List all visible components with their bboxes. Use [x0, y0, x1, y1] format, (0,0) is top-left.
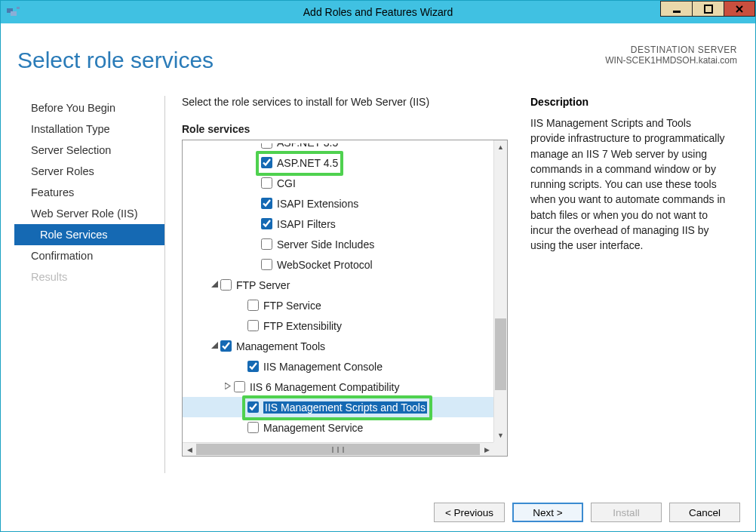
tree-item-label: IIS Management Console [263, 361, 383, 373]
destination-server-name: WIN-SCEK1HMDSOH.katai.com [605, 55, 737, 66]
tree-item-label: WebSocket Protocol [277, 259, 373, 271]
tree-item[interactable]: ISAPI Filters [183, 214, 493, 234]
tree-item[interactable]: Management Tools [183, 336, 493, 356]
page-title: Select role services [17, 48, 214, 73]
content-area: Select role services DESTINATION SERVER … [1, 23, 755, 531]
tree-item-label: IIS Management Scripts and Tools [263, 401, 427, 414]
tree-checkbox[interactable] [220, 279, 232, 291]
tree-item-label: IIS 6 Management Compatibility [250, 381, 399, 393]
description-text: IIS Management Scripts and Tools provide… [530, 115, 728, 254]
tree-item[interactable]: FTP Extensibility [183, 315, 493, 336]
tree-item-label: ASP.NET 4.5 [277, 157, 338, 169]
maximize-button[interactable] [692, 1, 724, 17]
tree-item-label: Management Service [263, 422, 363, 434]
next-button[interactable]: Next > [512, 503, 583, 522]
close-button[interactable] [724, 1, 755, 17]
nav-step[interactable]: Web Server Role (IIS) [14, 203, 164, 224]
tree-item[interactable]: FTP Server [183, 275, 493, 295]
nav-step[interactable]: Before You Begin [14, 97, 164, 118]
svg-marker-9 [225, 383, 230, 389]
cancel-button[interactable]: Cancel [669, 503, 740, 522]
tree-item[interactable]: ASP.NET 4.5 [183, 152, 493, 173]
tree-item[interactable]: ASP.NET 3.5 [183, 143, 493, 152]
scroll-down-arrow[interactable]: ▼ [494, 429, 507, 442]
tree-checkbox[interactable] [261, 259, 272, 270]
minimize-button[interactable] [660, 1, 692, 17]
tree-item[interactable]: Management Service [183, 417, 493, 438]
vertical-scrollbar[interactable]: ▲ ▼ [493, 140, 507, 442]
tree-expander-icon[interactable] [223, 383, 232, 391]
horizontal-scrollbar[interactable]: ◀ ▶ [183, 442, 493, 456]
tree-item-label: ASP.NET 3.5 [277, 143, 338, 149]
tree-item-label: Server Side Includes [277, 238, 374, 251]
description-heading: Description [530, 96, 728, 108]
nav-step[interactable]: Server Selection [14, 140, 164, 161]
tree-item-label: CGI [277, 177, 296, 189]
nav-step[interactable]: Features [14, 182, 164, 203]
scroll-up-arrow[interactable]: ▲ [494, 140, 507, 154]
tree-checkbox[interactable] [247, 320, 259, 331]
vertical-scroll-thumb[interactable] [495, 318, 506, 390]
role-services-tree: ASP.NET 3.5ASP.NET 4.5CGIISAPI Extension… [182, 140, 508, 457]
tree-item[interactable]: CGI [183, 173, 493, 193]
tree-item-label: Management Tools [236, 340, 325, 352]
svg-rect-2 [17, 7, 20, 9]
tree-item[interactable]: ISAPI Extensions [183, 193, 493, 214]
svg-rect-3 [673, 11, 681, 13]
tree-item-label: FTP Extensibility [263, 320, 342, 332]
wizard-window: Add Roles and Features Wizard Select rol… [0, 0, 756, 532]
tree-checkbox[interactable] [247, 401, 259, 413]
tree-item[interactable]: FTP Service [183, 295, 493, 315]
tree-item-label: ISAPI Extensions [277, 198, 358, 210]
tree-checkbox[interactable] [261, 218, 272, 229]
tree-expander-icon[interactable] [210, 342, 219, 350]
tree-item[interactable]: IIS 6 Management Compatibility [183, 377, 493, 397]
svg-rect-4 [705, 5, 712, 13]
scroll-right-arrow[interactable]: ▶ [480, 443, 493, 456]
svg-rect-1 [11, 11, 17, 16]
nav-step[interactable]: Role Services [14, 224, 164, 245]
tree-item-label: FTP Service [263, 300, 321, 312]
tree-checkbox[interactable] [234, 381, 245, 392]
tree-checkbox[interactable] [220, 340, 232, 352]
tree-item[interactable]: IIS Management Scripts and Tools [183, 397, 493, 417]
tree-checkbox[interactable] [247, 422, 259, 433]
tree-expander-icon[interactable] [210, 281, 219, 289]
install-button[interactable]: Install [591, 503, 662, 522]
tree-item[interactable]: IIS Management Console [183, 356, 493, 377]
window-buttons [660, 1, 755, 17]
nav-step: Results [14, 266, 164, 288]
tree-item[interactable]: WebSocket Protocol [183, 254, 493, 275]
tree-checkbox[interactable] [261, 238, 272, 250]
tree-checkbox[interactable] [261, 198, 272, 209]
tree-checkbox[interactable] [247, 361, 259, 372]
instruction-text: Select the role services to install for … [182, 96, 508, 108]
tree-checkbox[interactable] [261, 157, 272, 168]
previous-button[interactable]: < Previous [434, 503, 505, 522]
window-title: Add Roles and Features Wizard [1, 6, 755, 18]
svg-marker-8 [211, 342, 218, 349]
tree-checkbox[interactable] [261, 143, 272, 149]
tree-checkbox[interactable] [247, 300, 259, 311]
svg-marker-7 [211, 281, 218, 288]
destination-server: DESTINATION SERVER WIN-SCEK1HMDSOH.katai… [605, 45, 737, 66]
nav-step[interactable]: Server Roles [14, 161, 164, 182]
wizard-footer: < Previous Next > Install Cancel [434, 503, 740, 522]
titlebar: Add Roles and Features Wizard [1, 1, 755, 23]
app-icon [7, 7, 20, 17]
tree-checkbox[interactable] [261, 177, 272, 189]
tree-item[interactable]: Server Side Includes [183, 234, 493, 254]
destination-label: DESTINATION SERVER [605, 45, 737, 55]
wizard-steps-sidebar: Before You BeginInstallation TypeServer … [14, 96, 165, 473]
scroll-left-arrow[interactable]: ◀ [183, 443, 196, 456]
role-services-label: Role services [182, 123, 508, 135]
scroll-corner [493, 442, 507, 456]
tree-item-label: FTP Server [236, 279, 290, 291]
nav-step[interactable]: Installation Type [14, 118, 164, 140]
tree-item-label: ISAPI Filters [277, 218, 336, 230]
horizontal-scroll-thumb[interactable] [196, 444, 480, 455]
nav-step[interactable]: Confirmation [14, 245, 164, 266]
